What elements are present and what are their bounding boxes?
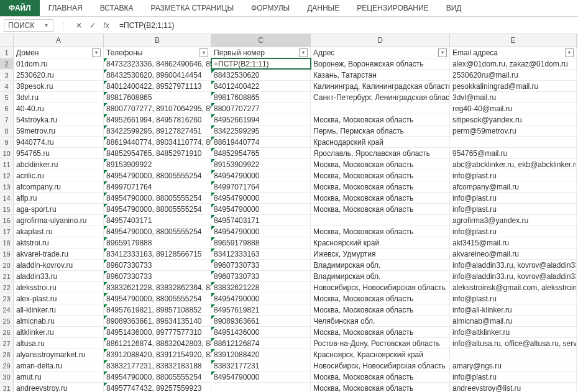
cell[interactable]: 2530620.ru [14, 70, 104, 80]
cell[interactable]: 9440774.ru [14, 137, 104, 147]
name-box-dropdown-icon[interactable]: ▼ [44, 22, 49, 29]
cell[interactable]: info@altusa.ru, office@altusa.ru, servi [450, 338, 577, 349]
cell[interactable]: 83832177231, 83832183188 [104, 360, 211, 371]
cell[interactable]: Красноярск, Красноярский край [311, 349, 450, 360]
cell[interactable]: aktstroi.ru [14, 237, 104, 248]
cell[interactable]: Владимирская обл. [311, 260, 450, 270]
cell[interactable]: 89153909922 [211, 159, 311, 170]
row-header[interactable]: 22 [0, 282, 14, 293]
cell[interactable]: 3dvl@mail.ru [450, 92, 577, 103]
cell[interactable]: 88612126874, 88632042803, 8863 [104, 338, 211, 349]
header-cell-C[interactable]: Первый номер▾ [211, 47, 311, 58]
row-header[interactable]: 20 [0, 260, 14, 270]
row-header[interactable]: 19 [0, 248, 14, 259]
cell[interactable]: 89659179888 [211, 237, 311, 248]
cell[interactable]: 84954790000 [211, 371, 311, 382]
cell[interactable]: akaplast.ru [14, 226, 104, 237]
cell[interactable]: aga-sport.ru [14, 204, 104, 214]
cell[interactable]: =ПСТР(B2;1;11) [211, 58, 311, 69]
tab-data[interactable]: ДАННЫЕ [298, 0, 348, 16]
row-header[interactable]: 30 [0, 371, 14, 382]
cell[interactable]: 84952661994, 84957816260 [104, 114, 211, 125]
cell[interactable]: 88619440774 [211, 137, 311, 147]
row-header[interactable]: 10 [0, 148, 14, 158]
cell[interactable]: abcklinker.ru [14, 159, 104, 170]
cell[interactable]: 89153909922 [104, 159, 211, 170]
cell[interactable]: 40-40.ru [14, 103, 104, 114]
cell[interactable] [450, 349, 577, 360]
cell[interactable]: amut.ru [14, 371, 104, 382]
cell[interactable]: 88432530620, 89600414454 [104, 70, 211, 80]
cell[interactable]: info@plast.ru [450, 170, 577, 181]
header-cell-B[interactable]: Телефоны▾ [104, 47, 211, 58]
row-header[interactable]: 26 [0, 327, 14, 337]
cell[interactable]: 84954790000, 88005555254 [104, 293, 211, 304]
cell[interactable]: info@plast.ru [450, 226, 577, 237]
cell[interactable]: Красноярский край [311, 237, 450, 248]
cell[interactable]: aflp.ru [14, 193, 104, 203]
cell[interactable] [211, 383, 311, 392]
cell[interactable]: 84952661994 [211, 114, 311, 125]
confirm-icon[interactable]: ✓ [87, 21, 98, 30]
cell[interactable]: afcompany.ru [14, 181, 104, 192]
cell[interactable]: almicnab.ru [14, 316, 104, 326]
cell[interactable]: Москва, Московская область [311, 114, 450, 125]
cell[interactable]: aladdin33.ru [14, 271, 104, 281]
tab-review[interactable]: РЕЦЕНЗИРОВАНИЕ [348, 0, 437, 16]
cell[interactable]: Казань, Татарстан [311, 70, 450, 80]
cell[interactable]: acrilic.ru [14, 170, 104, 181]
cell[interactable]: Ярославль, Ярославская область [311, 148, 450, 158]
row-header[interactable]: 2 [0, 58, 14, 69]
cell[interactable]: akvarel-trade.ru [14, 248, 104, 259]
cell[interactable]: Пермь, Пермская область [311, 125, 450, 136]
col-header-C[interactable]: C [211, 34, 311, 47]
cell[interactable]: 89089363661 [211, 316, 311, 326]
filter-button[interactable]: ▾ [565, 48, 574, 57]
cell[interactable]: Владимирская обл. [311, 271, 450, 281]
filter-button[interactable]: ▾ [299, 48, 308, 57]
cell[interactable]: 88432530620 [211, 70, 311, 80]
col-header-E[interactable]: E [450, 34, 577, 47]
cell[interactable]: Москва, Московская область [311, 304, 450, 315]
cell[interactable]: Москва, Московская область [311, 181, 450, 192]
cell[interactable]: Новосибирск, Новосибирская область [311, 282, 450, 293]
cell[interactable]: alex-plast.ru [14, 293, 104, 304]
cell[interactable]: 89089363661, 89634135140 [104, 316, 211, 326]
cell[interactable]: 2530620ru@mail.ru [450, 70, 577, 80]
cell[interactable]: 59metrov.ru [14, 125, 104, 136]
row-header[interactable]: 31 [0, 383, 14, 392]
cell[interactable] [450, 137, 577, 147]
row-header[interactable]: 5 [0, 92, 14, 103]
cell[interactable]: 84951436000 [211, 327, 311, 337]
cell[interactable]: 84957403171 [211, 215, 311, 226]
cell[interactable]: 84954790000, 88005555254 [104, 204, 211, 214]
cell[interactable]: 84957403171 [104, 215, 211, 226]
tab-formulas[interactable]: ФОРМУЛЫ [242, 0, 298, 16]
row-header[interactable]: 16 [0, 215, 14, 226]
cell[interactable]: Москва, Московская область [311, 226, 450, 237]
cell[interactable]: Москва, Московская область [311, 371, 450, 382]
cell[interactable]: Санкт-Петербург, Ленинградская область [311, 92, 450, 103]
row-header[interactable]: 29 [0, 360, 14, 371]
cell[interactable]: info@plast.ru [450, 293, 577, 304]
cell[interactable]: 83422599295, 89127827451 [104, 125, 211, 136]
row-header[interactable]: 3 [0, 70, 14, 80]
filter-button[interactable]: ▾ [92, 48, 101, 57]
formula-input[interactable]: =ПСТР(B2;1;11) [114, 21, 574, 30]
cell[interactable]: 84954790000 [211, 226, 311, 237]
cell[interactable]: 89607330733 [211, 260, 311, 270]
cell[interactable]: info@aladdin33.ru, kovrov@aladdin33 [450, 260, 577, 270]
cell[interactable]: aleksstroinsk@gmail.com, aleksstroins [450, 282, 577, 293]
row-header[interactable]: 28 [0, 349, 14, 360]
cell[interactable]: 84957747432, 89257559923 [104, 383, 211, 392]
cell[interactable]: 84012400422, 89527971113 [104, 81, 211, 91]
cell[interactable]: sitipesok@yandex.ru [450, 114, 577, 125]
cell[interactable]: perm@59metrov.ru [450, 125, 577, 136]
cell[interactable]: 84954790000, 88005555254 [104, 193, 211, 203]
col-header-D[interactable]: D [311, 34, 450, 47]
cell[interactable]: almicnab@mail.ru [450, 316, 577, 326]
row-header[interactable]: 1 [0, 47, 14, 58]
cell[interactable]: 84951436000, 89777577310 [104, 327, 211, 337]
cell[interactable]: abc@abcklinker.ru, ekb@abcklinker.ru [450, 159, 577, 170]
cell[interactable]: afcompany@mail.ru [450, 181, 577, 192]
